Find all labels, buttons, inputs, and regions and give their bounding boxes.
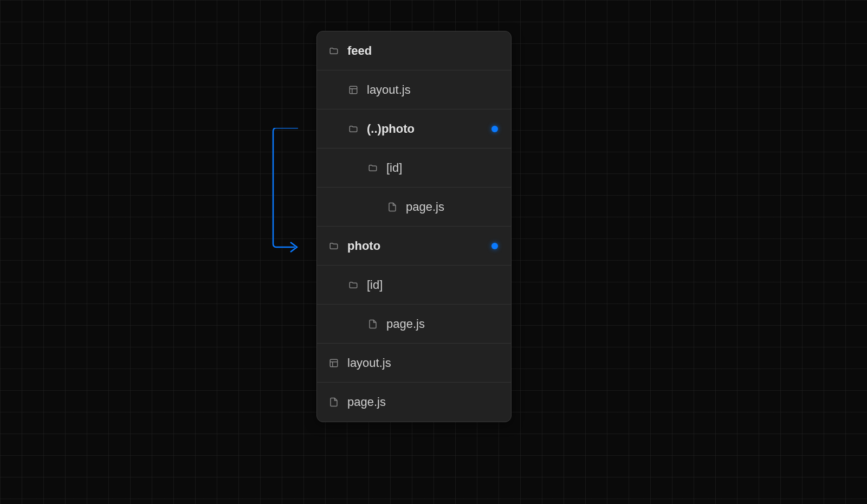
tree-item-label: layout.js [347, 356, 391, 370]
tree-item-photo[interactable]: photo [317, 227, 511, 266]
svg-rect-0 [350, 86, 357, 94]
folder-icon [348, 124, 358, 134]
tree-item-intercept-photo[interactable]: (..)photo [317, 109, 511, 148]
tree-item-layout[interactable]: layout.js [317, 70, 511, 109]
tree-item-label: page.js [386, 317, 425, 331]
tree-item-id-dynamic[interactable]: [id] [317, 266, 511, 305]
tree-item-id-dynamic[interactable]: [id] [317, 148, 511, 188]
layout-icon [348, 85, 358, 95]
folder-icon [329, 241, 339, 251]
file-icon [387, 202, 397, 212]
status-dot [491, 243, 498, 249]
folder-icon [329, 46, 339, 56]
status-dot [491, 126, 498, 132]
tree-item-page[interactable]: page.js [317, 383, 511, 422]
tree-item-layout[interactable]: layout.js [317, 344, 511, 383]
folder-icon [348, 280, 358, 290]
tree-item-label: feed [347, 44, 372, 58]
folder-icon [368, 163, 378, 173]
svg-rect-3 [330, 359, 338, 367]
tree-item-label: page.js [406, 200, 444, 214]
tree-item-label: layout.js [367, 83, 411, 97]
tree-item-label: [id] [367, 278, 383, 292]
layout-icon [329, 358, 339, 368]
tree-item-label: photo [347, 239, 380, 253]
tree-item-feed[interactable]: feed [317, 31, 511, 70]
file-tree-panel: feed layout.js (..)photo [id] page.js ph… [316, 31, 512, 422]
tree-item-page[interactable]: page.js [317, 188, 511, 227]
file-icon [329, 397, 339, 407]
file-icon [368, 319, 378, 329]
tree-item-label: (..)photo [367, 122, 415, 136]
tree-item-label: [id] [386, 161, 402, 175]
tree-item-label: page.js [347, 395, 386, 409]
tree-item-page[interactable]: page.js [317, 305, 511, 344]
